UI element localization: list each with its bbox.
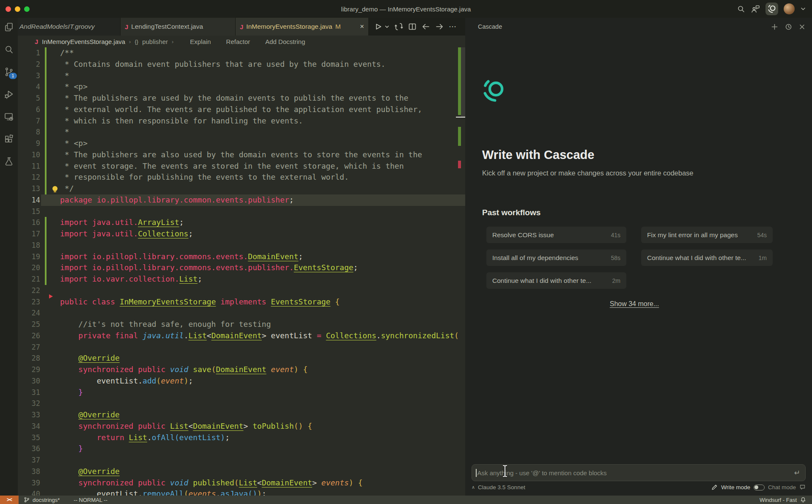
chevron-down-icon[interactable] [800,6,806,12]
code-editor[interactable]: 1/**2 * Contains domain event publishers… [18,47,465,496]
code-text: } [60,387,83,398]
user-avatar[interactable] [784,3,795,14]
code-line-34[interactable]: 34 synchronized public List<DomainEvent>… [18,421,465,432]
run-debug-icon[interactable] [4,89,14,99]
close-tab-icon[interactable]: × [357,22,364,31]
explorer-icon[interactable] [4,22,14,32]
code-line-28[interactable]: 28 @Override [18,353,465,364]
code-line-7[interactable]: 7 * which is then responsible for handli… [18,115,465,127]
minimize-window-button[interactable] [15,6,20,12]
testing-beaker-icon[interactable] [4,156,14,167]
code-line-15[interactable]: 15 [18,206,465,217]
codelens-explain[interactable]: Explain [190,38,211,45]
code-line-27[interactable]: 27 [18,342,465,353]
code-line-37[interactable]: 37 [18,455,465,466]
compare-changes-icon[interactable] [395,22,403,31]
code-line-10[interactable]: 10 * The publishers are also used by the… [18,149,465,161]
code-line-30[interactable]: 30 eventList.add(event); [18,375,465,387]
gutter-modified-bar [45,149,47,161]
tab-inmemoryeventsstorage-java[interactable]: JInMemoryEventsStorage.javaM× [236,18,369,36]
code-line-17[interactable]: 17import java.util.Collections; [18,228,465,240]
codelens-refactor[interactable]: Refactor [226,38,250,45]
remote-indicator[interactable]: >< [0,496,19,504]
tab-andreadmodelsit-groovy[interactable]: AndReadModelsIT.groovy [18,18,121,36]
model-selector[interactable]: Claude 3.5 Sonnet [478,484,525,490]
workflow-card[interactable]: Resolve CORS issue41s [486,227,626,243]
code-line-11[interactable]: 11 * event storage. The events are store… [18,161,465,172]
code-line-18[interactable]: 18 [18,240,465,251]
close-panel-icon[interactable] [799,24,805,30]
code-line-33[interactable]: 33 @Override [18,409,465,421]
code-line-1[interactable]: 1/** [18,47,465,59]
codelens-add-docstring[interactable]: Add Docstring [265,38,305,45]
code-line-4[interactable]: 4 * <p> [18,81,465,93]
search-sidebar-icon[interactable] [4,44,14,55]
branch-name[interactable]: docstrings* [33,497,60,503]
breadcrumb-symbol[interactable]: publisher [142,38,168,45]
workflow-card[interactable]: Fix my lint error in all my pages54s [641,227,773,243]
code-line-14[interactable]: 14package io.pillopl.library.common.even… [18,194,465,206]
gutter-modified-bar [45,104,47,115]
bell-icon[interactable] [800,497,806,503]
model-chevron-up-icon[interactable]: ∧ [472,485,475,490]
extensions-icon[interactable] [4,134,14,144]
code-line-36[interactable]: 36 } [18,443,465,455]
workflow-card[interactable]: Continue what I did with other te...2m [486,272,626,289]
code-line-22[interactable]: 22 [18,285,465,296]
close-window-button[interactable] [5,6,11,12]
code-line-20[interactable]: 20import io.pillopl.library.commons.even… [18,262,465,274]
line-number: 18 [18,240,40,251]
code-line-3[interactable]: 3 * [18,70,465,82]
cascade-input-box[interactable]: ↵ [472,464,806,481]
code-line-5[interactable]: 5 * The publishers are used by the domai… [18,93,465,104]
code-line-2[interactable]: 2 * Contains domain event publishers tha… [18,59,465,70]
show-more-link[interactable]: Show 34 more... [486,300,782,308]
code-line-35[interactable]: 35 return List.ofAll(eventList); [18,432,465,444]
tab-lendingtestcontext-java[interactable]: JLendingTestContext.java [121,18,236,36]
code-line-6[interactable]: 6 * external world. The events are publi… [18,104,465,115]
mode-toggle[interactable] [754,485,765,490]
code-line-21[interactable]: 21import io.vavr.collection.List; [18,274,465,285]
code-line-13[interactable]: 13 */ [18,183,465,194]
source-control-icon[interactable]: 1 [4,67,14,77]
windsurf-menu-button[interactable] [765,3,778,15]
code-line-23[interactable]: 23public class InMemoryEventsStorage imp… [18,296,465,308]
cascade-prompt-input[interactable] [477,469,794,477]
code-line-26[interactable]: 26 private final java.util.List<DomainEv… [18,330,465,342]
search-icon[interactable] [737,5,745,13]
more-actions-icon[interactable]: ⋯ [449,22,457,31]
navigate-forward-icon[interactable] [435,22,444,31]
code-line-29[interactable]: 29 synchronized public void save(DomainE… [18,364,465,375]
code-line-25[interactable]: 25 //it's not thread safe, enough for te… [18,319,465,330]
code-line-32[interactable]: 32 [18,398,465,409]
submit-return-icon[interactable]: ↵ [794,468,800,477]
workflow-card[interactable]: Install all of my dependencies58s [486,249,626,266]
code-line-31[interactable]: 31 } [18,387,465,398]
code-line-12[interactable]: 12 * responsible for publishing the even… [18,172,465,183]
new-chat-icon[interactable] [771,23,778,30]
code-line-8[interactable]: 8 * [18,126,465,138]
run-button[interactable] [374,22,382,31]
code-line-19[interactable]: 19import io.pillopl.library.commons.even… [18,251,465,263]
code-line-24[interactable]: 24 [18,307,465,319]
run-dropdown-chevron-icon[interactable] [384,24,390,29]
navigate-back-icon[interactable] [422,22,430,31]
ruler-cursor-line [456,117,465,118]
code-line-39[interactable]: 39 synchronized public void published(Li… [18,477,465,489]
remote-explorer-icon[interactable] [4,112,14,122]
history-icon[interactable] [785,23,792,30]
zoom-window-button[interactable] [24,6,30,12]
chat-mode-label: Chat mode [768,484,796,490]
lightbulb-code-action-icon[interactable] [52,186,58,191]
breadcrumb-file[interactable]: InMemoryEventsStorage.java [42,38,125,45]
code-line-9[interactable]: 9 * <p> [18,138,465,149]
feedback-person-icon[interactable] [751,5,760,13]
workflow-card[interactable]: Continue what I did with other te...1m [641,249,773,266]
code-line-16[interactable]: 16import java.util.ArrayList; [18,217,465,228]
code-line-40[interactable]: 40 eventList.removeAll(events.asJava()); [18,488,465,496]
windsurf-status[interactable]: Windsurf - Fast [760,497,797,503]
editor-scrollbar[interactable] [461,47,465,117]
code-line-38[interactable]: 38 @Override [18,466,465,477]
code-text: * The publishers are also used by the do… [60,149,422,161]
split-editor-icon[interactable] [408,22,417,31]
